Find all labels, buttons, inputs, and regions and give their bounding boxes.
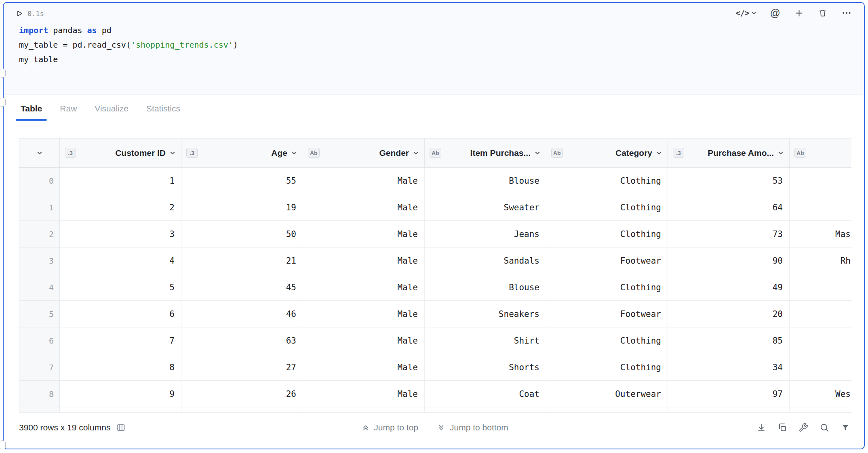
table-cell[interactable]: Sweater [425,194,546,220]
table-cell[interactable]: Male [303,381,425,407]
tab-raw[interactable]: Raw [58,104,78,121]
column-header-purchase-amo[interactable]: .3Purchase Amo... [668,138,790,167]
table-cell[interactable]: 50 [181,221,303,247]
table-cell[interactable]: Sandals [425,247,546,274]
table-cell[interactable]: Coat [425,381,546,407]
table-cell[interactable]: 63 [181,327,303,354]
add-block-icon[interactable] [794,8,804,18]
table-cell[interactable]: 26 [181,381,303,407]
block-handle-icon[interactable] [0,69,6,78]
table-cell[interactable]: Male [303,168,425,194]
jump-to-top-button[interactable]: Jump to top [361,423,418,432]
column-header-age[interactable]: .3Age [181,138,303,167]
code-content[interactable]: import pandas as pdmy_table = pd.read_cs… [19,23,238,67]
table-cell[interactable]: 7 [60,327,181,354]
table-cell[interactable] [790,354,851,380]
mention-icon[interactable]: @ [770,8,780,18]
table-cell[interactable]: Male [303,221,425,247]
search-icon[interactable] [820,423,829,432]
code-block-icon[interactable]: </> [735,8,756,17]
table-row[interactable]: 2350MaleJeansClothing73Mas [19,221,851,247]
table-cell[interactable]: 5 [60,274,181,300]
table-cell[interactable]: 2 [60,194,181,220]
download-icon[interactable] [756,423,766,432]
table-cell[interactable]: 90 [668,247,790,274]
table-cell[interactable]: Male [303,327,425,354]
column-header-customer-id[interactable]: .3Customer ID [60,138,181,167]
table-row[interactable]: 0155MaleBlouseClothing53 [19,168,851,194]
table-cell[interactable]: Clothing [546,274,668,300]
table-cell[interactable]: Footwear [546,247,668,274]
table-cell[interactable]: 27 [181,354,303,380]
table-row[interactable]: 7827MaleShortsClothing34 [19,354,851,381]
code-line[interactable]: import pandas as pd [19,23,238,38]
more-options-icon[interactable] [841,8,852,18]
table-cell[interactable]: Outerwear [546,381,668,407]
filter-icon[interactable] [841,423,850,432]
table-cell[interactable]: 46 [181,301,303,327]
delete-icon[interactable] [818,8,828,18]
columns-icon[interactable] [116,423,126,432]
table-cell[interactable] [790,327,851,354]
table-row[interactable]: 5646MaleSneakersFootwear20 [19,301,851,327]
table-cell[interactable]: Shorts [425,354,546,380]
copy-icon[interactable] [777,423,787,432]
code-line[interactable]: my_table [19,52,238,67]
table-cell[interactable]: Clothing [546,221,668,247]
column-header-col-6[interactable]: Ab [790,138,851,167]
table-cell[interactable] [60,407,181,412]
table-row[interactable]: 8926MaleCoatOuterwear97Wes [19,381,851,407]
block-handle-icon[interactable] [0,440,6,449]
tab-statistics[interactable]: Statistics [145,104,182,121]
table-cell[interactable]: 21 [181,247,303,274]
table-cell[interactable]: 4 [60,247,181,274]
column-header-gender[interactable]: AbGender [303,138,425,167]
column-header-item-purchas[interactable]: AbItem Purchas... [425,138,546,167]
table-cell[interactable]: 6 [60,301,181,327]
table-row[interactable]: 4545MaleBlouseClothing49 [19,274,851,301]
table-cell[interactable]: Blouse [425,274,546,300]
table-cell[interactable]: 53 [668,168,790,194]
table-cell[interactable]: 45 [181,274,303,300]
table-cell[interactable]: 3 [60,221,181,247]
table-row[interactable]: 6763MaleShirtClothing85 [19,327,851,354]
table-cell[interactable]: 19 [181,194,303,220]
tab-table[interactable]: Table [19,104,44,121]
table-cell[interactable]: Clothing [546,168,668,194]
table-cell[interactable]: 55 [181,168,303,194]
table-cell[interactable] [790,194,851,220]
table-cell[interactable]: Male [303,301,425,327]
table-cell[interactable]: Male [303,274,425,300]
index-column-header[interactable] [19,138,60,167]
table-cell[interactable]: Mas [790,221,851,247]
table-row[interactable]: 3421MaleSandalsFootwear90Rh [19,247,851,274]
table-row[interactable]: 1219MaleSweaterClothing64 [19,194,851,221]
table-cell[interactable]: 34 [668,354,790,380]
run-button[interactable] [15,9,23,18]
table-cell[interactable]: 8 [60,354,181,380]
tools-icon[interactable] [798,423,808,432]
table-cell[interactable]: Wes [790,381,851,407]
table-cell[interactable]: Male [303,194,425,220]
table-cell[interactable] [790,274,851,300]
table-cell[interactable] [790,407,851,412]
table-cell[interactable]: Sneakers [425,301,546,327]
table-cell[interactable]: Jeans [425,221,546,247]
table-cell[interactable]: Blouse [425,168,546,194]
table-cell[interactable] [668,407,790,412]
table-cell[interactable]: Clothing [546,354,668,380]
code-line[interactable]: my_table = pd.read_csv('shopping_trends.… [19,38,238,52]
table-cell[interactable]: 97 [668,381,790,407]
table-cell[interactable]: 64 [668,194,790,220]
table-row[interactable] [19,407,851,413]
table-cell[interactable] [181,407,303,412]
table-cell[interactable] [303,407,425,412]
table-cell[interactable]: 73 [668,221,790,247]
table-cell[interactable] [790,301,851,327]
table-cell[interactable]: Male [303,354,425,380]
table-cell[interactable]: Rh [790,247,851,274]
table-cell[interactable] [790,168,851,194]
table-cell[interactable]: Footwear [546,301,668,327]
table-cell[interactable]: 49 [668,274,790,300]
jump-to-bottom-button[interactable]: Jump to bottom [437,423,508,432]
